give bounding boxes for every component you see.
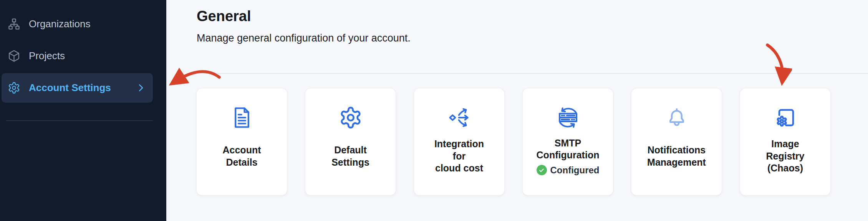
server-sync-icon (555, 105, 581, 131)
sidebar-item-label: Projects (29, 50, 65, 62)
card-body: Image Registry (Chaos) (766, 138, 804, 174)
page-title: General (197, 8, 868, 25)
page-subtitle: Manage general configuration of your acc… (197, 32, 868, 44)
sidebar-item-projects[interactable]: Projects (2, 41, 153, 71)
section-divider (197, 73, 868, 74)
card-title: Image Registry (Chaos) (766, 138, 804, 174)
card-default-settings[interactable]: Default Settings (305, 88, 396, 195)
org-chart-icon (8, 18, 20, 30)
card-body: Default Settings (331, 144, 369, 168)
sidebar-item-account-settings[interactable]: Account Settings (2, 73, 153, 103)
card-body: Account Details (223, 144, 261, 168)
card-title: Notifications Management (647, 144, 706, 168)
sidebar-item-label: Organizations (29, 18, 90, 30)
registry-gear-icon (773, 105, 798, 131)
card-integration-cloud-cost[interactable]: Integration for cloud cost (414, 88, 504, 195)
card-body: Integration for cloud cost (434, 138, 484, 174)
card-notifications-management[interactable]: Notifications Management (631, 88, 722, 195)
document-icon (230, 105, 254, 131)
cube-icon (8, 50, 20, 62)
bell-icon (666, 105, 688, 131)
split-arrows-icon (447, 105, 472, 131)
gear-icon (8, 81, 20, 94)
card-title: Integration for cloud cost (434, 138, 484, 174)
card-smtp-configuration[interactable]: SMTP Configuration Configured (523, 88, 613, 195)
card-body: SMTP Configuration Configured (537, 137, 600, 176)
status-label: Configured (550, 165, 600, 176)
card-image-registry-chaos[interactable]: Image Registry (Chaos) (740, 88, 830, 195)
card-body: Notifications Management (647, 144, 706, 168)
card-title: Account Details (223, 144, 261, 168)
main-content: General Manage general configuration of … (166, 0, 868, 221)
check-circle-icon (537, 165, 547, 175)
card-title: SMTP Configuration (537, 137, 600, 161)
chevron-right-icon (136, 83, 146, 93)
card-account-details[interactable]: Account Details (197, 88, 287, 195)
gear-icon (339, 105, 363, 131)
sidebar-item-label: Account Settings (29, 82, 111, 94)
sidebar-divider (6, 120, 153, 121)
sidebar-item-organizations[interactable]: Organizations (2, 9, 153, 39)
status-badge: Configured (537, 165, 600, 176)
card-title: Default Settings (331, 144, 369, 168)
settings-card-grid: Account Details Default Settings Integra… (197, 88, 868, 195)
sidebar: Organizations Projects Account Settings (0, 0, 166, 221)
